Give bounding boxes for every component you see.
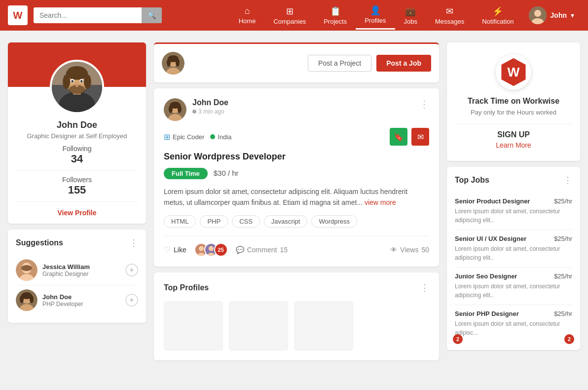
top-jobs-title: Top Jobs (455, 176, 489, 185)
nav-label-companies: Companies (273, 18, 306, 25)
views-count: 50 (421, 246, 429, 254)
top-job-item-3[interactable]: Junior Seo Designer $25/hr Lorem ipsum d… (455, 268, 572, 305)
job-rate-2: $25/hr (554, 235, 572, 242)
nav-label-notification: Notification (482, 18, 514, 25)
job-title-3: Junior Seo Designer (455, 273, 517, 280)
like-avatar-stack: 25 (194, 243, 228, 257)
suggestion-item-1: Jessica William Graphic Designer + (16, 255, 138, 285)
post-project-button[interactable]: Post a Project (308, 55, 371, 72)
profile-avatar-image (52, 62, 102, 112)
badge-left: 2 (453, 334, 463, 344)
nav-label-profiles: Profiles (365, 17, 386, 24)
top-jobs-menu-icon[interactable]: ⋮ (563, 175, 572, 186)
top-profile-item-1[interactable] (164, 301, 223, 351)
suggestions-header: Suggestions ⋮ (16, 237, 138, 248)
svg-text:W: W (508, 65, 520, 79)
job-title-2: Senior UI / UX Designer (455, 235, 526, 242)
comment-count: 15 (280, 246, 288, 254)
skill-tag-wordpress[interactable]: Wordpress (311, 215, 357, 228)
post-footer: ♡ Like 25 💬 Comment 15 (164, 235, 429, 257)
add-suggestion-button-1[interactable]: + (125, 264, 138, 276)
top-profiles-title: Top Profiles (164, 283, 209, 292)
top-job-item-1[interactable]: Senior Product Designer $25/hr Lorem ips… (455, 193, 572, 230)
followers-stat: Followers 155 (16, 171, 138, 202)
svg-point-27 (30, 295, 34, 303)
left-sidebar: John Doe Graphic Designer at Self Employ… (8, 42, 146, 360)
svg-point-21 (21, 265, 32, 271)
location-text: India (218, 133, 231, 141)
nav-item-home[interactable]: ⌂ Home (230, 2, 265, 29)
suggestion-info-1: Jessica William Graphic Designer (42, 263, 120, 277)
suggestion-avatar-2 (16, 289, 37, 311)
nav-item-projects[interactable]: 📋 Projects (315, 2, 356, 29)
job-item-header-2: Senior UI / UX Designer $25/hr (455, 235, 572, 242)
skill-tag-html[interactable]: HTML (164, 215, 196, 228)
nav-label-projects: Projects (324, 18, 347, 25)
logo: W (8, 5, 28, 25)
user-name: John (551, 11, 567, 19)
top-profile-item-2[interactable] (229, 301, 288, 351)
fulltime-badge: Full Time (164, 168, 208, 179)
post-job-button[interactable]: Post a Job (376, 55, 431, 72)
view-profile-button[interactable]: View Profile (8, 202, 146, 224)
suggestion-person-svg-1 (16, 259, 37, 281)
search-input[interactable] (34, 7, 142, 23)
skill-tag-php[interactable]: PHP (200, 215, 228, 228)
nav-item-jobs[interactable]: 💼 Jobs (395, 2, 426, 29)
promo-logo-svg: W (497, 55, 530, 89)
post-options-icon[interactable]: ⋮ (419, 98, 429, 110)
view-more-link[interactable]: view more (365, 198, 396, 206)
company-grid-icon: ⊞ (164, 132, 170, 142)
avatar-svg (529, 6, 547, 24)
job-desc-1: Lorem ipsum dolor sit amet, consectetur … (455, 207, 572, 225)
promo-card: W Track Time on Workwise Pay only for th… (447, 42, 580, 161)
suggestion-name-2: John Doe (42, 293, 120, 301)
post-actions-card: Post a Project Post a Job (154, 42, 439, 82)
learn-more-link[interactable]: Learn More (496, 141, 531, 149)
user-menu[interactable]: John ▾ (523, 2, 580, 28)
profile-info: John Doe Graphic Designer at Self Employ… (8, 114, 146, 140)
top-profiles-menu-icon[interactable]: ⋮ (420, 282, 429, 293)
suggestions-menu-icon[interactable]: ⋮ (129, 237, 138, 248)
message-button[interactable]: ✉ (411, 128, 429, 146)
suggestion-info-2: John Doe PHP Developer (42, 293, 120, 308)
post-action-avatar (162, 52, 184, 75)
chevron-down-icon: ▾ (571, 11, 574, 19)
job-item-header-3: Junior Seo Designer $25/hr (455, 273, 572, 280)
like-button[interactable]: ♡ Like (164, 245, 186, 254)
profile-card: John Doe Graphic Designer at Self Employ… (8, 42, 146, 224)
top-profile-item-3[interactable] (294, 301, 353, 351)
svg-point-16 (71, 80, 74, 82)
profile-person-svg (52, 62, 102, 112)
company-name: Epic Coder (173, 133, 204, 141)
skill-tag-javascript[interactable]: Javascript (264, 215, 308, 228)
post-rate: $30 / hr (214, 169, 239, 177)
post-job-title: Senior Wordpress Developer (164, 152, 429, 162)
profile-title: Graphic Designer at Self Employed (16, 132, 138, 140)
svg-point-26 (20, 295, 24, 303)
nav-item-notification[interactable]: ⚡ Notification (473, 2, 522, 29)
job-desc-3: Lorem ipsum dolor sit amet, consectetur … (455, 282, 572, 300)
top-profiles-header: Top Profiles ⋮ (164, 282, 429, 293)
promo-logo: W (496, 54, 531, 90)
nav-item-messages[interactable]: ✉ Messages (426, 2, 473, 29)
top-job-item-2[interactable]: Senior UI / UX Designer $25/hr Lorem ips… (455, 230, 572, 268)
svg-point-1 (534, 10, 541, 17)
add-suggestion-button-2[interactable]: + (125, 294, 138, 307)
comment-label: Comment (247, 246, 277, 254)
search-button[interactable]: 🔍 (142, 7, 162, 23)
comment-button[interactable]: 💬 Comment 15 (236, 246, 288, 254)
suggestion-name-1: Jessica William (42, 263, 120, 271)
views-label: Views (400, 246, 418, 254)
skill-tag-css[interactable]: CSS (232, 215, 260, 228)
job-desc-4: Lorem ipsum dolor sit amet, consectetur … (455, 319, 572, 337)
post-action-buttons: Post a Project Post a Job (308, 55, 431, 72)
bookmark-button[interactable]: 🔖 (390, 128, 407, 146)
profile-avatar (50, 60, 104, 114)
nav-item-companies[interactable]: ⊞ Companies (264, 2, 315, 29)
nav-item-profiles[interactable]: 👤 Profiles (356, 1, 395, 30)
location-dot (210, 134, 215, 139)
top-job-item-4[interactable]: Senior PHP Designer $25/hr Lorem ipsum d… (455, 305, 572, 342)
profile-name: John Doe (16, 120, 138, 130)
job-item-header-1: Senior Product Designer $25/hr (455, 197, 572, 205)
